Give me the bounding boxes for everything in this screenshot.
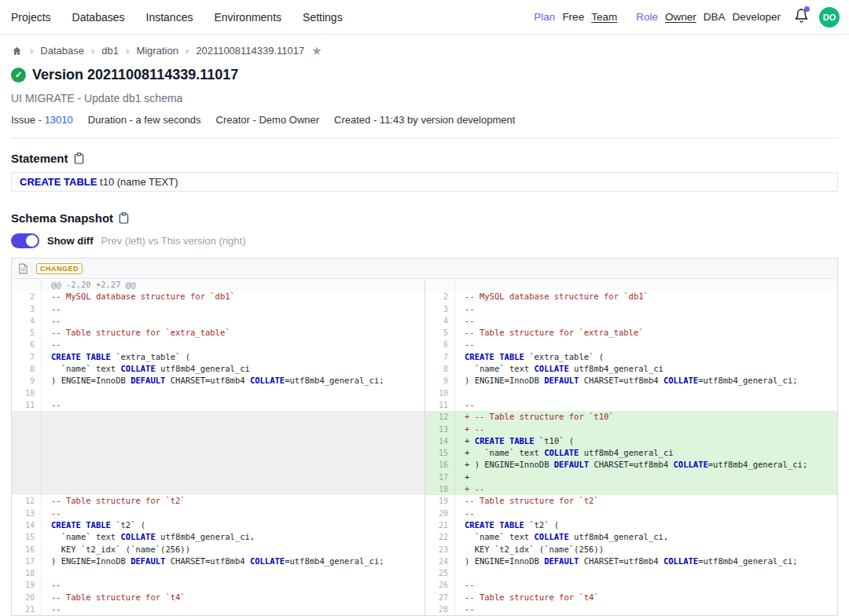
nav-item-environments[interactable]: Environments <box>214 11 281 24</box>
diff-row <box>12 424 424 435</box>
breadcrumb-item[interactable]: db1 <box>101 45 119 57</box>
diff-row <box>12 435 424 447</box>
nav-item-settings[interactable]: Settings <box>303 11 343 24</box>
plan-option-free[interactable]: Free <box>562 11 584 23</box>
role-options: OwnerDBADeveloper <box>665 11 781 23</box>
line-number: 22 <box>425 531 455 543</box>
code-line: + <box>455 471 837 483</box>
diff-pane-previous[interactable]: @@ -2,20 +2,27 @@2-- MySQL database stru… <box>12 279 424 615</box>
code-line: -- <box>42 303 424 315</box>
nav-item-databases[interactable]: Databases <box>72 11 125 24</box>
code-line: -- <box>455 303 837 315</box>
issue-link[interactable]: 13010 <box>45 114 73 126</box>
line-number: 25 <box>425 567 455 579</box>
star-icon[interactable]: ★ <box>311 45 322 57</box>
diff-body: @@ -2,20 +2,27 @@2-- MySQL database stru… <box>12 279 837 615</box>
diff-row: 21CREATE TABLE `t2` ( <box>425 519 837 531</box>
diff-row: 12+ -- Table structure for `t10` <box>425 411 837 423</box>
code-line: -- <box>42 508 424 519</box>
code-segment: -- <box>51 304 61 314</box>
code-segment: DEFAULT <box>130 556 165 566</box>
code-segment: -- <box>51 580 61 589</box>
code-segment: + -- Table structure for `t10` <box>465 412 614 421</box>
line-number: 3 <box>12 303 42 315</box>
section-divider <box>11 138 838 138</box>
meta-item: Duration - a few seconds <box>88 114 201 126</box>
diff-row: 9) ENGINE=InnoDB DEFAULT CHARSET=utf8mb4… <box>12 375 424 387</box>
diff-row: 7CREATE TABLE `extra_table` ( <box>425 351 837 363</box>
breadcrumb-item[interactable]: 20211008114339.11017 <box>196 45 304 57</box>
code-segment: -- <box>51 508 61 518</box>
breadcrumb-item[interactable]: Database <box>40 45 84 57</box>
breadcrumb-separator: › <box>91 45 94 57</box>
copy-statement-icon[interactable] <box>74 152 84 164</box>
diff-row: 8 `name` text COLLATE utf8mb4_general_ci <box>12 363 424 375</box>
version-header: ✓ Version 20211008114339.11017 <box>11 67 838 83</box>
line-number: 5 <box>425 327 455 339</box>
meta-item: Creator - Demo Owner <box>216 114 319 126</box>
notification-dot <box>804 6 810 12</box>
breadcrumb-item[interactable]: Migration <box>136 45 178 57</box>
plan-option-team[interactable]: Team <box>591 11 617 23</box>
code-line: CREATE TABLE `extra_table` ( <box>455 351 837 363</box>
diff-row: 3-- <box>425 303 837 315</box>
code-line: `name` text COLLATE utf8mb4_general_ci, <box>42 531 424 543</box>
line-number: 23 <box>425 544 455 556</box>
code-line: -- <box>42 399 424 411</box>
statement-sql[interactable]: CREATE TABLE t10 (name TEXT) <box>11 172 838 192</box>
code-line: KEY `t2_idx` (`name`(256)) <box>455 544 837 556</box>
line-number: 19 <box>12 579 42 591</box>
home-icon[interactable] <box>11 46 23 57</box>
code-segment: -- <box>51 604 61 614</box>
role-option-dba[interactable]: DBA <box>704 11 726 23</box>
code-segment: -- MySQL database structure for `db1` <box>465 292 649 301</box>
diff-row: 5-- Table structure for `extra_table` <box>12 327 424 339</box>
code-segment: `extra_table` ( <box>524 352 604 361</box>
nav-item-instances[interactable]: Instances <box>146 11 193 24</box>
user-avatar[interactable]: DO <box>819 7 840 28</box>
code-segment: DEFAULT <box>130 376 165 385</box>
code-segment: KEY `t2_idx` (`name`(256)) <box>465 544 604 554</box>
code-line: ) ENGINE=InnoDB DEFAULT CHARSET=utf8mb4 … <box>455 375 837 387</box>
code-segment: + -- <box>465 424 484 434</box>
role-option-developer[interactable]: Developer <box>732 11 781 23</box>
code-segment: COLLATE <box>250 376 285 385</box>
code-segment: ) ENGINE=InnoDB <box>51 376 130 385</box>
diff-pane-current[interactable]: 2-- MySQL database structure for `db1`3-… <box>424 279 837 615</box>
copy-snapshot-icon[interactable] <box>119 212 129 224</box>
role-option-owner[interactable]: Owner <box>665 11 696 23</box>
line-number: 18 <box>12 567 42 579</box>
diff-row: @@ -2,20 +2,27 @@ <box>12 279 424 291</box>
code-line: CREATE TABLE `t2` ( <box>42 519 424 531</box>
success-check-icon: ✓ <box>11 68 26 82</box>
code-segment: -- Table structure for `t4` <box>51 592 186 602</box>
code-line: -- <box>42 315 424 327</box>
line-number: 20 <box>425 508 455 519</box>
code-line: -- Table structure for `extra_table` <box>42 327 424 339</box>
show-diff-toggle[interactable] <box>11 233 39 248</box>
diff-row: 12-- Table structure for `t2` <box>12 495 424 507</box>
diff-row: 22 `name` text COLLATE utf8mb4_general_c… <box>425 531 837 543</box>
diff-row: 20-- Table structure for `t4` <box>12 592 424 603</box>
code-segment: `t2` ( <box>524 520 559 530</box>
code-line: + -- <box>455 483 837 495</box>
line-number: 4 <box>425 315 455 327</box>
nav-item-projects[interactable]: Projects <box>11 11 51 24</box>
line-number <box>12 279 42 291</box>
line-number: 20 <box>12 592 42 603</box>
code-line: + ) ENGINE=InnoDB DEFAULT CHARSET=utf8mb… <box>455 459 837 471</box>
meta-text: Creator - Demo Owner <box>216 114 319 126</box>
code-segment: COLLATE <box>663 376 698 385</box>
line-number: 16 <box>425 459 455 471</box>
diff-row: 16 KEY `t2_idx` (`name`(256)) <box>12 544 424 556</box>
code-segment: -- <box>465 400 475 409</box>
page-title: Version 20211008114339.11017 <box>32 67 238 83</box>
notification-bell-icon[interactable] <box>794 8 809 26</box>
code-line: + -- <box>455 424 837 435</box>
code-line: -- Table structure for `extra_table` <box>455 327 837 339</box>
code-line: -- <box>455 339 837 350</box>
line-number: 27 <box>425 592 455 603</box>
line-number <box>12 459 42 471</box>
code-segment: + -- <box>465 484 484 493</box>
diff-row: 11-- <box>425 399 837 411</box>
